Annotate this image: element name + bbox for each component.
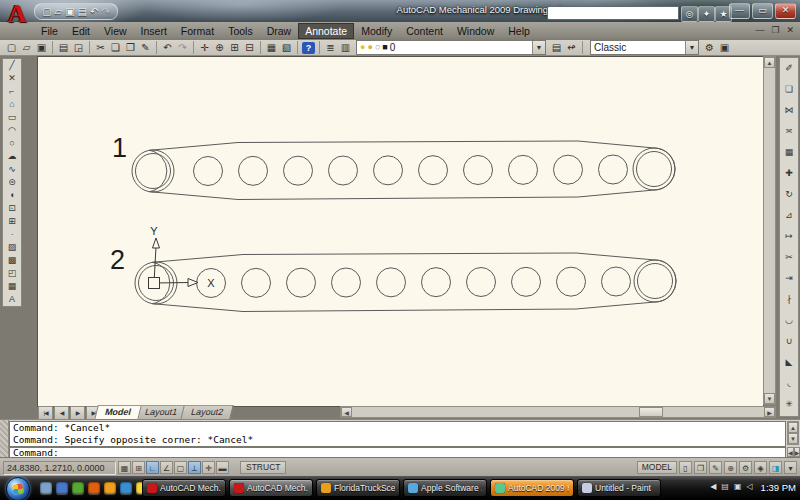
tab-nav-first-icon[interactable]: |◀ <box>38 406 53 420</box>
qat-undo-icon[interactable]: ↶ <box>90 5 98 18</box>
layer-previous-icon[interactable]: ↫ <box>564 41 579 55</box>
taskbar-button[interactable]: FloridaTruckSce... <box>316 479 400 497</box>
coordinate-readout[interactable]: 24.8380, 1.2710, 0.0000 <box>3 461 116 475</box>
cut-icon[interactable]: ✂ <box>93 41 108 55</box>
zoom-window-icon[interactable]: ⊞ <box>227 41 242 55</box>
open-icon[interactable]: ▱ <box>19 41 34 55</box>
scroll-right-icon[interactable]: ▶ <box>794 447 800 457</box>
new-icon[interactable]: ▢ <box>4 41 19 55</box>
orange-app-icon[interactable] <box>104 482 116 494</box>
status-menu-arrow-icon[interactable]: ▾ <box>784 461 797 474</box>
layer-states-icon[interactable]: ▥ <box>338 41 353 55</box>
dyn-toggle[interactable]: ✛ <box>202 461 215 474</box>
qat-plot-icon[interactable]: ▤ <box>78 5 87 18</box>
table-icon[interactable]: ▦ <box>4 280 20 293</box>
save-icon[interactable]: ▣ <box>34 41 49 55</box>
mirror-icon[interactable]: ⋈ <box>781 100 797 121</box>
layer-color-swatch[interactable]: ■ <box>382 41 387 54</box>
tab-nav-next-icon[interactable]: ▶ <box>70 406 85 420</box>
polyline-icon[interactable]: ⌐ <box>4 85 20 98</box>
rotate-icon[interactable]: ↻ <box>781 184 797 205</box>
line-icon[interactable]: ╱ <box>4 59 20 72</box>
green-app-icon[interactable] <box>72 482 84 494</box>
qat-open-icon[interactable]: ▱ <box>54 5 62 18</box>
layer-lock-icon[interactable]: ○ <box>375 41 380 54</box>
tab-nav-prev-icon[interactable]: ◀ <box>54 406 69 420</box>
layer-dropdown-arrow-icon[interactable]: ▼ <box>532 41 545 54</box>
stretch-icon[interactable]: ↦ <box>781 226 797 247</box>
match-properties-icon[interactable]: ✎ <box>138 41 153 55</box>
join-icon[interactable]: ∪ <box>781 331 797 352</box>
struct-button[interactable]: STRUCT <box>240 461 286 474</box>
point-icon[interactable]: ∙ <box>4 228 20 241</box>
browser-globe-icon[interactable] <box>120 482 132 494</box>
tray-volume-icon[interactable]: ◁ <box>746 480 752 494</box>
polar-toggle[interactable]: ∠ <box>160 461 173 474</box>
snap-toggle[interactable]: ▦ <box>118 461 131 474</box>
communication-center-icon[interactable]: ✦ <box>698 6 715 22</box>
autocad-menu-browser-logo[interactable]: A <box>3 1 31 29</box>
tab-layout2[interactable]: Layout2 <box>180 405 234 420</box>
maximize-button[interactable]: ▭ <box>752 3 773 19</box>
plot-icon[interactable]: ▤ <box>56 41 71 55</box>
trim-icon[interactable]: ✂ <box>781 247 797 268</box>
properties-icon[interactable]: ▦ <box>264 41 279 55</box>
grid-toggle[interactable]: ⊞ <box>132 461 145 474</box>
extend-icon[interactable]: ⇥ <box>781 268 797 289</box>
copy-object-icon[interactable]: ❏ <box>781 79 797 100</box>
lwt-toggle[interactable]: ▬ <box>216 461 229 474</box>
ellipse-icon[interactable]: ⊜ <box>4 176 20 189</box>
menu-item-view[interactable]: View <box>97 23 134 39</box>
doc-restore-button[interactable]: ❐ <box>771 24 779 37</box>
menu-item-annotate[interactable]: Annotate <box>298 23 354 39</box>
zoom-previous-icon[interactable]: ⊟ <box>242 41 257 55</box>
scroll-up-icon[interactable]: ▲ <box>788 422 798 433</box>
tab-model[interactable]: Model <box>94 405 142 420</box>
search-icon[interactable]: ◎ <box>681 6 698 22</box>
doc-close-button[interactable]: ✕ <box>786 24 794 37</box>
scroll-right-icon[interactable]: ▶ <box>764 407 775 417</box>
menu-item-help[interactable]: Help <box>501 23 537 39</box>
undo-icon[interactable]: ↶ <box>160 41 175 55</box>
show-desktop-icon[interactable] <box>40 482 52 494</box>
arc-icon[interactable]: ◠ <box>4 124 20 137</box>
ellipse-arc-icon[interactable]: ◖ <box>4 189 20 202</box>
layer-on-bulb-icon[interactable]: ● <box>360 41 365 54</box>
move-icon[interactable]: ✚ <box>781 163 797 184</box>
region-icon[interactable]: ◰ <box>4 267 20 280</box>
layer-properties-icon[interactable]: ≣ <box>323 41 338 55</box>
erase-icon[interactable]: ✐ <box>781 58 797 79</box>
otrack-toggle[interactable]: ⊥ <box>188 461 201 474</box>
menu-item-file[interactable]: File <box>34 23 65 39</box>
model-button[interactable]: MODEL <box>637 461 677 474</box>
redo-icon[interactable]: ↷ <box>175 41 190 55</box>
break-icon[interactable]: ◡ <box>781 310 797 331</box>
infocenter-search-input[interactable] <box>547 6 679 20</box>
rectangle-icon[interactable]: ▭ <box>4 111 20 124</box>
firefox-icon[interactable] <box>88 482 100 494</box>
clean-screen-icon[interactable]: ◨ <box>769 461 782 474</box>
scroll-left-icon[interactable]: ◀ <box>787 447 794 457</box>
qat-new-icon[interactable]: ▢ <box>42 5 51 18</box>
scale-icon[interactable]: ⊿ <box>781 205 797 226</box>
menu-item-insert[interactable]: Insert <box>134 23 174 39</box>
workspace-dropdown[interactable]: Classic ▼ <box>590 40 699 55</box>
command-window-grip[interactable] <box>0 420 9 458</box>
taskbar-button[interactable]: AutoCAD 2009 H... <box>490 479 574 497</box>
menu-item-window[interactable]: Window <box>450 23 501 39</box>
save-workspace-icon[interactable]: ▣ <box>717 41 732 55</box>
spline-icon[interactable]: ∿ <box>4 163 20 176</box>
menu-item-format[interactable]: Format <box>174 23 221 39</box>
plot-preview-icon[interactable]: ◲ <box>71 41 86 55</box>
construction-line-icon[interactable]: ✕ <box>4 72 20 85</box>
chamfer-icon[interactable]: ◣ <box>781 352 797 373</box>
polygon-icon[interactable]: ⌂ <box>4 98 20 111</box>
menu-item-draw[interactable]: Draw <box>260 23 299 39</box>
scrollbar-thumb[interactable] <box>639 407 663 417</box>
tray-printer-icon[interactable]: ▤ <box>721 480 729 494</box>
gradient-icon[interactable]: ▩ <box>4 254 20 267</box>
toolbar-lock-icon[interactable]: ◈ <box>754 461 767 474</box>
switch-windows-icon[interactable] <box>56 482 68 494</box>
make-block-icon[interactable]: ⊞ <box>4 215 20 228</box>
doc-minimize-button[interactable]: — <box>755 24 764 37</box>
